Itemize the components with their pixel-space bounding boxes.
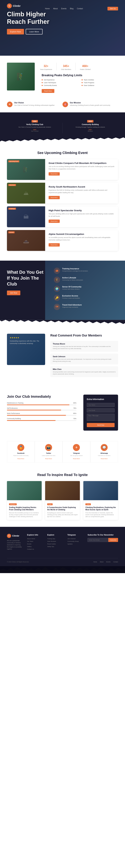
training-icon: 🏔: [54, 268, 60, 274]
icon-link-1[interactable]: Read More: [17, 458, 24, 460]
blog-content-1: Adventure Scaling Heights Inspiring Stor…: [7, 500, 42, 520]
timeline-section: 1992 Verify Climbing Club Our Club Is Fo…: [0, 113, 125, 139]
timeline-item-2: 2003 Community Building Growing Stronger…: [62, 119, 118, 132]
event-btn-2[interactable]: Read More: [49, 196, 60, 199]
form-name-input[interactable]: [87, 403, 115, 407]
form-email-input[interactable]: [87, 408, 115, 412]
testimonial-right: Real Comment From Our Members Thomas Moo…: [50, 334, 118, 379]
telegram-icon: ✈: [73, 444, 80, 451]
footer-link-3-2[interactable]: Community Group: [67, 540, 82, 542]
facebook-icon: 🏅: [17, 444, 24, 451]
footer-nav-events[interactable]: Events: [106, 561, 111, 563]
event-card-4: 🗻 Summit Alpine Summit Circumnavigation …: [7, 230, 118, 251]
event-btn-4[interactable]: Read More: [49, 243, 60, 247]
footer-about-col: C Climbr We are a passionate community o…: [7, 534, 22, 553]
event-content-2: Rocky South Northeastern Ascent Experien…: [45, 183, 118, 204]
footer-nav-about[interactable]: About: [100, 561, 103, 563]
copyright-text: © 2024 Climbr. All Rights Reserved.: [7, 561, 29, 563]
testimonial-3: Mike Chen Amazing facilities and a welco…: [50, 366, 118, 377]
footer-link-1-5[interactable]: Contact Us: [27, 548, 42, 550]
testimonial-inner-content: ★★★★★ Outstanding experience with this c…: [7, 334, 45, 347]
form-submit-button[interactable]: Send Now: [87, 423, 115, 427]
blog-card-3: Travel Climbing Destinations, Exploring …: [83, 481, 118, 520]
footer-link-2-1[interactable]: Training Tips: [47, 538, 62, 539]
stats-content: 32+ Years Experience 345+ Club Members 4…: [40, 63, 118, 93]
event-content-1: Great Climbs Conquers Full Mountain All …: [45, 159, 118, 180]
footer: C Climbr We are a passionate community o…: [0, 527, 125, 566]
hero-explore-button[interactable]: Explore Now: [7, 29, 24, 34]
event-badge-4: Summit: [8, 231, 14, 233]
testimonial-stars: ★★★★★: [10, 337, 42, 339]
testimonial-left: ★★★★★ Outstanding experience with this c…: [7, 334, 45, 379]
icon-title-1: Facebook: [17, 452, 25, 454]
feature-3: Community Events: [42, 85, 78, 86]
newsletter-submit-button[interactable]: Subscribe: [108, 538, 118, 542]
blog-grid: Adventure Scaling Heights Inspiring Stor…: [7, 481, 118, 520]
mission-text: Our Mission Advancing Climbing Event to …: [70, 102, 110, 106]
testimonial-card: ★★★★★ Outstanding experience with this c…: [7, 334, 45, 365]
join-feature-text-5: Travel And Adventure Organized trips wor…: [62, 304, 82, 308]
timeline-item-1: 1992 Verify Climbing Club Our Club Is Fo…: [7, 119, 62, 132]
feature-dot: [82, 82, 83, 83]
blog-content-3: Travel Climbing Destinations, Exploring …: [83, 500, 118, 520]
icons-row-section: 🏅 Facebook Follow our social community R…: [0, 438, 125, 466]
footer-link-3-3[interactable]: Updates: [67, 543, 82, 545]
footer-nav-contact[interactable]: Contact: [113, 561, 118, 563]
join-feature-5: 🗺 Travel And Adventure Organized trips w…: [54, 304, 120, 310]
event-content-3: High Point Spectacular Gravity Test your…: [45, 206, 118, 227]
icon-link-4[interactable]: Read More: [101, 458, 108, 460]
social-facebook: 🏅 Facebook Follow our social community R…: [7, 441, 35, 462]
feature-5: Track Progress: [82, 82, 118, 84]
event-btn-1[interactable]: Read More: [49, 172, 60, 176]
footer-link-1-4[interactable]: Gallery: [27, 546, 42, 547]
newsletter-form: Subscribe: [87, 538, 118, 542]
feature-2: Learn Techniques: [42, 82, 78, 84]
footer-col-title-1: Explore Info: [27, 534, 42, 536]
stats-numbers: 32+ Years Experience 345+ Club Members 4…: [40, 63, 118, 70]
community-icon: 🌍: [54, 286, 60, 292]
event-title-2: Rocky South Northeastern Ascent: [49, 185, 115, 188]
event-title-1: Great Climbs Conquers Full Mountain All …: [49, 162, 115, 164]
skill-1: Maintenance & Training 90%: [7, 402, 76, 405]
testimonial-card-inner: ★★★★★ Outstanding experience with this c…: [7, 334, 45, 365]
footer-link-1-3[interactable]: Events: [27, 543, 42, 545]
skills-section: Join Our Club Immediately Maintenance & …: [0, 388, 125, 438]
blog-card-1: Adventure Scaling Heights Inspiring Stor…: [7, 481, 42, 520]
event-btn-3[interactable]: Read More: [49, 220, 60, 223]
footer-col-1: Explore Info About Climbr Our Team Event…: [27, 534, 42, 553]
event-content-4: Alpine Summit Circumnavigation An incred…: [45, 230, 118, 251]
footer-nav-home[interactable]: Home: [93, 561, 97, 563]
icon-link-2[interactable]: Read More: [45, 458, 52, 460]
icon-title-2: Twitter: [46, 452, 51, 454]
footer-link-2-3[interactable]: Route Guides: [47, 543, 62, 545]
blog-card-desc-3: From the Dolomites to Yosemite, explore …: [85, 512, 116, 518]
icon-desc-3: Join our group channel: [70, 455, 82, 457]
skills-title: Join Our Club Immediately: [7, 395, 76, 399]
footer-link-3-1[interactable]: Join Channel: [67, 538, 82, 539]
about-features: Get Experience Learn Techniques Communit…: [42, 79, 118, 87]
twitter-icon: 📸: [45, 444, 52, 451]
footer-link-2-2[interactable]: Gear Reviews: [47, 540, 62, 542]
event-card-1: 🧗 Upcoming Event Great Climbs Conquers F…: [7, 159, 118, 180]
social-twitter: 📸 Twitter Latest updates and news Read M…: [35, 441, 62, 462]
hero-learn-button[interactable]: Learn More: [26, 29, 42, 34]
footer-link-1-1[interactable]: About Climbr: [27, 538, 42, 539]
newsletter-input[interactable]: [87, 538, 108, 542]
footer-col-title-3: Telegram: [67, 534, 82, 536]
blog-card-title-2: A Comprehensive Guide Exploring the Worl…: [47, 506, 78, 511]
icon-link-3[interactable]: Read More: [73, 458, 80, 460]
footer-link-1-2[interactable]: Our Team: [27, 540, 42, 542]
join-feature-text-2: Active Lifestyle Community for fitness e…: [62, 277, 83, 281]
about-info: Breaking Peaks Defying Limits Get Experi…: [42, 74, 118, 93]
skills-form: Extra Information Send Now: [83, 395, 118, 431]
join-now-button[interactable]: Join Now: [7, 290, 20, 295]
event-image-3: 🏔 Challenge: [7, 206, 45, 227]
skill-bar-bg-3: [7, 415, 76, 416]
footer-logo-icon: C: [7, 534, 11, 538]
hero-content: Climb Higher Reach Further Explore Now L…: [0, 0, 125, 45]
read-more-button[interactable]: Read More: [42, 89, 54, 93]
form-message-input[interactable]: [87, 414, 115, 421]
features-col-1: Get Experience Learn Techniques Communit…: [42, 79, 78, 87]
blog-image-2: [45, 481, 80, 500]
footer-link-2-4[interactable]: Safety Tips: [47, 546, 62, 547]
